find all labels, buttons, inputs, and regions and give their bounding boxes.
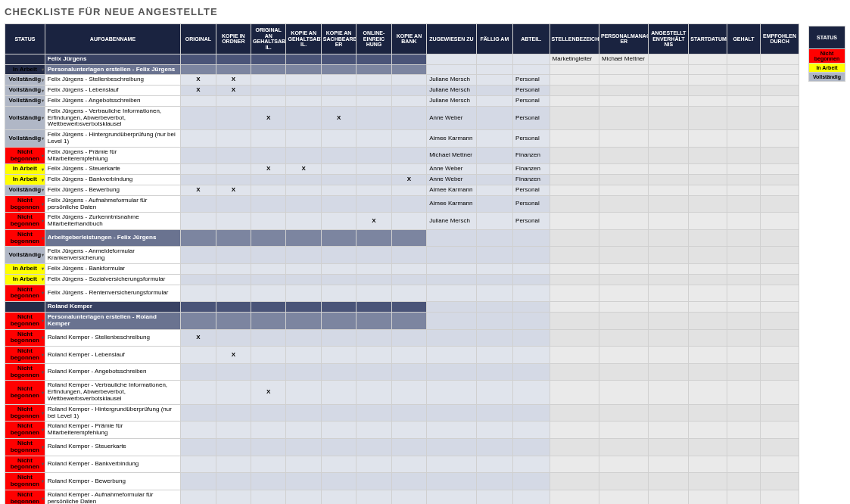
- check-cell[interactable]: [357, 422, 391, 439]
- status-cell[interactable]: Nicht begonnen▾: [5, 490, 45, 504]
- check-cell[interactable]: X: [216, 347, 251, 364]
- check-cell[interactable]: [357, 473, 391, 490]
- data-cell[interactable]: [761, 247, 799, 264]
- check-cell[interactable]: [357, 64, 391, 75]
- data-cell[interactable]: [649, 302, 689, 313]
- data-cell[interactable]: [550, 473, 599, 490]
- check-cell[interactable]: [286, 264, 321, 275]
- check-cell[interactable]: [391, 185, 426, 195]
- check-cell[interactable]: [251, 247, 286, 264]
- data-cell[interactable]: [727, 54, 760, 64]
- data-cell[interactable]: [727, 422, 760, 439]
- data-cell[interactable]: [513, 274, 550, 285]
- check-cell[interactable]: X: [251, 381, 286, 404]
- data-cell[interactable]: [550, 347, 599, 364]
- check-cell[interactable]: [321, 175, 356, 185]
- data-cell[interactable]: Finanzen: [513, 147, 550, 164]
- check-cell[interactable]: [286, 95, 321, 106]
- data-cell[interactable]: [599, 285, 649, 302]
- check-cell[interactable]: [181, 195, 216, 213]
- data-cell[interactable]: [649, 75, 689, 86]
- check-cell[interactable]: [251, 175, 286, 185]
- dropdown-arrow-icon[interactable]: ▾: [42, 445, 44, 450]
- data-cell[interactable]: [649, 185, 689, 195]
- check-cell[interactable]: [357, 86, 391, 96]
- check-cell[interactable]: [357, 363, 391, 381]
- data-cell[interactable]: [761, 130, 799, 148]
- table-row[interactable]: In Arbeit▾Felix Jürgens - Bankformular: [5, 264, 799, 275]
- check-cell[interactable]: [391, 86, 426, 96]
- check-cell[interactable]: [216, 106, 251, 129]
- check-cell[interactable]: [321, 264, 356, 275]
- check-cell[interactable]: [391, 439, 426, 456]
- data-cell[interactable]: Personal: [513, 185, 550, 195]
- dropdown-arrow-icon[interactable]: ▾: [42, 201, 44, 207]
- check-cell[interactable]: [251, 404, 286, 422]
- dropdown-arrow-icon[interactable]: ▾: [42, 188, 44, 193]
- data-cell[interactable]: [550, 329, 599, 347]
- check-cell[interactable]: X: [181, 75, 216, 86]
- check-cell[interactable]: [391, 422, 426, 439]
- data-cell[interactable]: [550, 302, 599, 313]
- dropdown-arrow-icon[interactable]: ▾: [42, 219, 44, 224]
- data-cell[interactable]: [761, 229, 799, 247]
- data-cell[interactable]: [689, 229, 727, 247]
- status-cell[interactable]: Vollständig▾: [5, 185, 45, 195]
- data-cell[interactable]: Anne Weber: [427, 106, 476, 129]
- check-cell[interactable]: [251, 54, 286, 64]
- data-cell[interactable]: [689, 147, 727, 164]
- check-cell[interactable]: [391, 363, 426, 381]
- col-header-10[interactable]: FÄLLIG AM: [476, 24, 513, 54]
- data-cell[interactable]: [649, 381, 689, 404]
- data-cell[interactable]: [513, 381, 550, 404]
- check-cell[interactable]: [181, 473, 216, 490]
- data-cell[interactable]: Aimee Karmann: [427, 195, 476, 213]
- check-cell[interactable]: [181, 381, 216, 404]
- data-cell[interactable]: [513, 347, 550, 364]
- data-cell[interactable]: [513, 404, 550, 422]
- dropdown-arrow-icon[interactable]: ▾: [42, 235, 44, 241]
- check-cell[interactable]: [321, 247, 356, 264]
- dropdown-arrow-icon[interactable]: ▾: [42, 153, 44, 158]
- col-header-2[interactable]: ORIGINAL: [181, 24, 216, 54]
- check-cell[interactable]: [357, 229, 391, 247]
- task-cell[interactable]: Felix Jürgens - Hintergrundüberprüfung (…: [45, 130, 180, 148]
- table-row[interactable]: In Arbeit▾Felix Jürgens - SteuerkarteXXA…: [5, 164, 799, 175]
- data-cell[interactable]: [689, 106, 727, 129]
- check-cell[interactable]: [216, 285, 251, 302]
- data-cell[interactable]: [689, 175, 727, 185]
- data-cell[interactable]: [761, 147, 799, 164]
- data-cell[interactable]: [727, 456, 760, 473]
- data-cell[interactable]: [649, 285, 689, 302]
- table-row[interactable]: Nicht begonnen▾Roland Kemper - Angebotss…: [5, 363, 799, 381]
- data-cell[interactable]: [761, 54, 799, 64]
- data-cell[interactable]: [427, 329, 476, 347]
- check-cell[interactable]: [216, 264, 251, 275]
- task-cell[interactable]: Roland Kemper - Prämie für Mitarbeiterem…: [45, 422, 180, 439]
- data-cell[interactable]: Aimee Karmann: [427, 185, 476, 195]
- task-cell[interactable]: Personalunterlagen erstellen - Felix Jür…: [45, 64, 180, 75]
- data-cell[interactable]: [599, 264, 649, 275]
- data-cell[interactable]: [727, 164, 760, 175]
- data-cell[interactable]: [599, 404, 649, 422]
- data-cell[interactable]: [761, 264, 799, 275]
- check-cell[interactable]: [391, 106, 426, 129]
- data-cell[interactable]: [649, 147, 689, 164]
- data-cell[interactable]: [476, 302, 513, 313]
- data-cell[interactable]: [427, 381, 476, 404]
- check-cell[interactable]: [321, 185, 356, 195]
- data-cell[interactable]: [427, 229, 476, 247]
- data-cell[interactable]: [761, 274, 799, 285]
- data-cell[interactable]: [761, 490, 799, 504]
- data-cell[interactable]: [599, 274, 649, 285]
- table-row[interactable]: Nicht begonnen▾Roland Kemper - Steuerkar…: [5, 439, 799, 456]
- data-cell[interactable]: [649, 439, 689, 456]
- check-cell[interactable]: [181, 456, 216, 473]
- status-cell[interactable]: In Arbeit▾: [5, 164, 45, 175]
- check-cell[interactable]: [251, 439, 286, 456]
- task-cell[interactable]: Roland Kemper - Vertrauliche Information…: [45, 381, 180, 404]
- check-cell[interactable]: [357, 175, 391, 185]
- data-cell[interactable]: [476, 213, 513, 230]
- check-cell[interactable]: [286, 175, 321, 185]
- data-cell[interactable]: [427, 363, 476, 381]
